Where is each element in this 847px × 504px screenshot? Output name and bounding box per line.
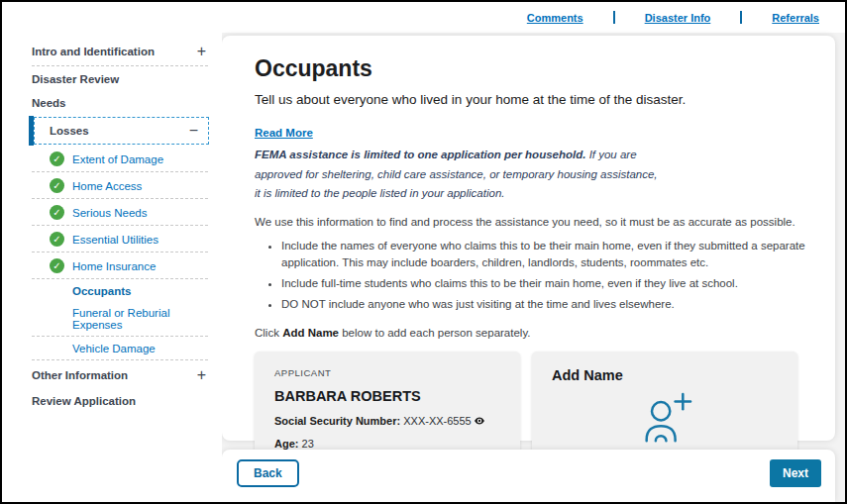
divider [32,252,208,252]
page-subtitle: Tell us about everyone who lived in your… [255,92,809,107]
ssn-row: Social Security Number: XXX-XX-6555 [274,415,500,427]
check-circle-icon: ✓ [50,178,64,193]
sidebar-item-label: Essential Utilities [72,234,159,246]
sidebar: Intro and Identification + Disaster Revi… [2,2,222,502]
divider [32,359,208,360]
ssn-value: XXX-XX-6555 [403,415,471,427]
sidebar-item-losses-wrapper: Losses − [34,117,209,145]
eye-icon[interactable] [474,415,485,427]
occupants-panel: Occupants Tell us about everyone who liv… [222,36,835,441]
check-circle-icon: ✓ [50,232,64,247]
sidebar-item-occupants[interactable]: Occupants [2,280,222,302]
comments-link[interactable]: Comments [527,12,583,24]
expand-icon[interactable]: + [197,44,206,59]
referrals-link[interactable]: Referrals [772,12,819,24]
sidebar-item-label: Home Insurance [72,260,156,272]
sidebar-item-home-insurance[interactable]: ✓ Home Insurance [2,253,222,278]
collapse-icon[interactable]: − [189,123,198,139]
sidebar-item-needs[interactable]: Needs [2,91,222,115]
sidebar-item-label: Occupants [72,285,131,297]
divider [32,65,208,66]
instructions-list: Include the names of everyone who claims… [255,238,809,314]
divider [32,336,208,337]
fema-note-line: approved for sheltering, child care assi… [255,165,809,185]
check-circle-icon: ✓ [50,151,64,166]
page-title: Occupants [255,55,809,82]
sidebar-item-serious-needs[interactable]: ✓ Serious Needs [2,200,222,225]
divider [32,198,208,199]
content-area: Occupants Tell us about everyone who liv… [222,33,845,502]
disaster-info-link[interactable]: Disaster Info [645,12,711,24]
sidebar-item-review-application[interactable]: Review Application [2,389,222,413]
sidebar-item-funeral-or-reburial-expenses[interactable]: Funeral or Reburial Expenses [2,302,222,336]
active-section-bar [29,116,34,146]
sidebar-item-essential-utilities[interactable]: ✓ Essential Utilities [2,227,222,252]
check-circle-icon: ✓ [50,258,64,273]
back-button[interactable]: Back [237,459,299,487]
sidebar-item-extent-of-damage[interactable]: ✓ Extent of Damage [2,147,222,171]
list-item: Include the names of everyone who claims… [281,238,809,273]
sidebar-item-label: Intro and Identification [32,46,155,57]
fema-note-line: FEMA assistance is limited to one applic… [255,146,809,165]
sidebar-item-home-access[interactable]: ✓ Home Access [2,173,222,198]
expand-icon[interactable]: + [197,367,206,383]
sidebar-item-label: Serious Needs [72,207,147,219]
sidebar-item-label: Needs [32,97,66,109]
divider [32,278,208,279]
applicant-label: APPLICANT [274,367,500,378]
sidebar-item-label: Home Access [72,180,142,192]
fema-note-line: it is limited to the people listed in yo… [255,184,809,204]
sidebar-item-intro-and-identification[interactable]: Intro and Identification + [2,38,222,65]
list-item: DO NOT include anyone who was just visit… [281,296,809,314]
list-item: Include full-time students who claims th… [281,275,809,293]
age-row: Age: 23 [274,438,500,450]
applicant-name: BARBARA ROBERTS [274,388,500,404]
sidebar-item-label: Disaster Review [32,73,119,85]
sidebar-item-label: Losses [50,125,89,137]
sidebar-item-other-information[interactable]: Other Information + [2,361,222,389]
info-text: We use this information to find and proc… [255,216,809,228]
actions-bar: Back Next [222,450,835,502]
divider [740,11,742,24]
add-person-icon [636,391,693,445]
divider [613,11,615,24]
sidebar-item-vehicle-damage[interactable]: Vehicle Damage [2,338,222,359]
add-name-title: Add Name [552,367,778,383]
sidebar-item-label: Other Information [32,369,128,381]
divider [32,225,208,226]
sidebar-item-label: Funeral or Reburial Expenses [72,307,208,331]
age-value: 23 [302,438,314,450]
fema-note: FEMA assistance is limited to one applic… [255,146,809,204]
sidebar-item-losses[interactable]: Losses − [34,117,209,145]
next-button[interactable]: Next [770,459,821,487]
read-more-link[interactable]: Read More [255,127,313,139]
sidebar-item-label: Review Application [32,395,136,407]
divider [32,171,208,172]
app-window: Intro and Identification + Disaster Revi… [0,0,847,504]
sidebar-item-disaster-review[interactable]: Disaster Review [2,67,222,91]
sidebar-item-label: Vehicle Damage [72,343,156,354]
main-column: Comments Disaster Info Referrals Occupan… [222,2,845,502]
sidebar-item-label: Extent of Damage [72,153,163,165]
check-circle-icon: ✓ [50,205,64,220]
top-nav: Comments Disaster Info Referrals [222,2,845,33]
add-name-instruction: Click Add Name below to add each person … [255,327,809,339]
